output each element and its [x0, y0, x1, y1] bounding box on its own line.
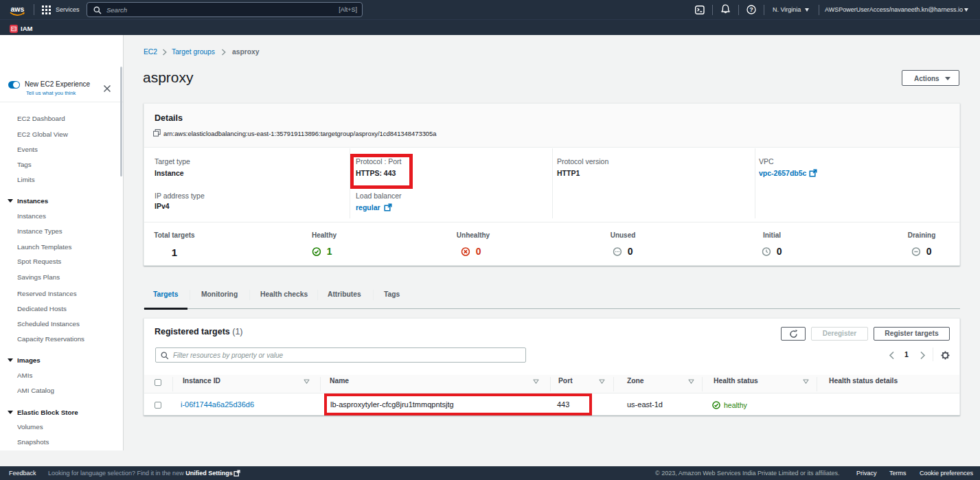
svg-text:aws: aws: [11, 5, 25, 13]
svg-text:?: ?: [749, 6, 753, 13]
